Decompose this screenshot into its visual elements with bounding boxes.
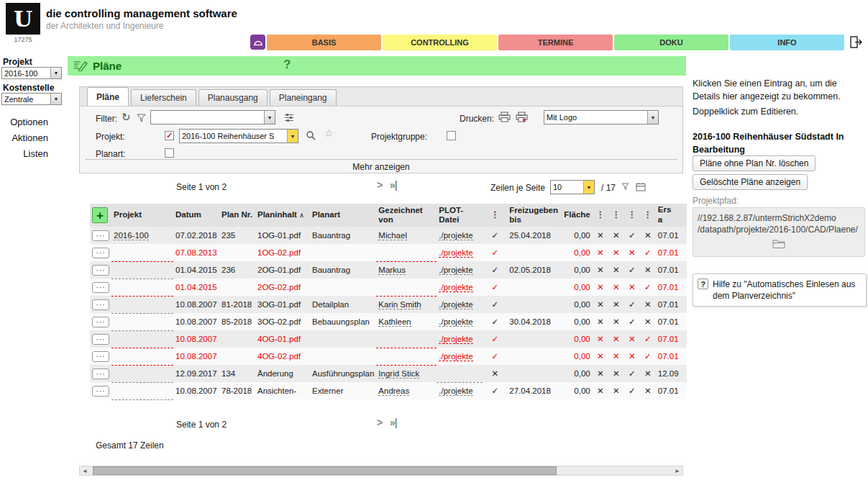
last-page-icon-bottom[interactable]: »|: [390, 417, 397, 428]
scroll-right-icon[interactable]: ►: [672, 466, 682, 475]
col-menu-4[interactable]: ⋮: [624, 204, 640, 227]
last-page-icon[interactable]: »|: [390, 179, 397, 191]
link-plot_datei[interactable]: ./projekte: [439, 300, 472, 309]
row-menu-button[interactable]: ···: [92, 282, 109, 293]
link-projekt[interactable]: 2016-100: [114, 231, 149, 240]
table-row[interactable]: ···2016-10007.02.20182351OG-01.pdfBauant…: [90, 227, 687, 244]
mehr-anzeigen-link[interactable]: Mehr anzeigen: [86, 159, 677, 172]
refresh-icon[interactable]: ↻: [122, 112, 131, 122]
calendar-icon[interactable]: [636, 182, 646, 193]
print-pdf-icon[interactable]: [516, 112, 528, 124]
filter-select[interactable]: ▼: [150, 110, 275, 125]
filter-funnel-icon[interactable]: [137, 114, 146, 124]
sidebar-item-aktionen[interactable]: Aktionen: [0, 132, 48, 148]
col-menu-5[interactable]: ⋮: [640, 204, 656, 227]
link-plot_datei[interactable]: ./projekte: [439, 231, 472, 240]
print-icon[interactable]: [498, 112, 511, 124]
link-gezeichnet_von[interactable]: Ingrid Stick: [378, 369, 419, 379]
nav-tab-info[interactable]: INFO: [730, 35, 844, 50]
filter-options-icon[interactable]: [284, 113, 294, 124]
row-menu-button[interactable]: ···: [92, 299, 109, 310]
tab-plaene[interactable]: Pläne: [87, 87, 129, 106]
col-planart[interactable]: Planart: [310, 204, 376, 227]
link-plot_datei[interactable]: ./projekte: [439, 248, 472, 258]
table-row[interactable]: ···12.09.2017134ÄnderungAusführungsplanI…: [90, 365, 687, 382]
sidebar-item-listen[interactable]: Listen: [0, 148, 48, 164]
scrollbar-thumb[interactable]: [93, 466, 557, 475]
col-plot-datei[interactable]: PLOT-Datei: [437, 204, 483, 227]
link-gezeichnet_von[interactable]: Kathleen: [378, 317, 411, 327]
link-plot_datei[interactable]: ./projekte: [439, 266, 472, 275]
open-folder-icon[interactable]: [772, 239, 785, 251]
row-menu-button[interactable]: ···: [92, 230, 109, 241]
projektgruppe-checkbox[interactable]: [447, 131, 456, 140]
row-menu-button[interactable]: ···: [92, 265, 109, 276]
search-icon[interactable]: [306, 130, 316, 142]
pager-filter-icon[interactable]: [621, 183, 629, 192]
module-help-icon[interactable]: ?: [283, 58, 291, 72]
favorite-star-icon[interactable]: ☆: [324, 128, 334, 138]
next-page-icon-bottom[interactable]: >: [377, 417, 382, 428]
projekt-sidebar-select[interactable]: 2016-100 ▼: [1, 67, 62, 79]
col-menu-2[interactable]: ⋮: [593, 204, 608, 227]
link-plot_datei[interactable]: ./projekte: [439, 352, 472, 361]
nav-tab-termine[interactable]: TERMINE: [498, 35, 613, 50]
table-row[interactable]: ···01.04.20152362OG-01.pdfBauantragMarku…: [90, 261, 687, 279]
table-row[interactable]: ···01.04.20152OG-02.pdf./projekte✓0,00✕✕…: [90, 279, 687, 296]
row-menu-button[interactable]: ···: [92, 386, 109, 397]
show-deleted-plans-button[interactable]: Gelöschte Pläne anzeigen: [693, 174, 808, 190]
row-menu-button[interactable]: ···: [92, 248, 109, 258]
rows-per-page-select[interactable]: 10 ▼: [550, 180, 595, 194]
horizontal-scrollbar[interactable]: ◄ ►: [79, 466, 683, 476]
scrollbar-track[interactable]: [90, 466, 672, 475]
scroll-left-icon[interactable]: ◄: [80, 466, 90, 475]
table-row[interactable]: ···10.08.200781-20183OG-01.pdfDetailplan…: [90, 296, 687, 313]
module-icon[interactable]: [250, 35, 265, 50]
delete-plans-without-nr-button[interactable]: Pläne ohne Plan Nr. löschen: [693, 155, 816, 171]
link-gezeichnet_von[interactable]: Andreas: [378, 386, 409, 396]
link-gezeichnet_von[interactable]: Karin Smith: [378, 300, 421, 309]
sidebar-item-optionen[interactable]: Optionen: [0, 117, 48, 132]
page-indicator-bottom: Seite 1 von 2: [176, 420, 227, 430]
link-plot_datei[interactable]: ./projekte: [439, 283, 472, 292]
row-menu-button[interactable]: ···: [92, 334, 109, 345]
row-menu-button[interactable]: ···: [92, 351, 109, 362]
logo-print-select[interactable]: Mit Logo ▼: [544, 110, 659, 125]
kostenstelle-select[interactable]: Zentrale ▼: [1, 93, 62, 105]
tab-planeingang[interactable]: Planeingang: [270, 89, 337, 106]
row-menu-button[interactable]: ···: [92, 368, 109, 379]
col-erstellt-am[interactable]: Ers a: [656, 204, 687, 227]
link-plot_datei[interactable]: ./projekte: [439, 386, 472, 396]
col-freizugeben-bis[interactable]: Freizugeben bis: [507, 204, 562, 227]
tab-lieferschein[interactable]: Lieferschein: [131, 89, 196, 106]
next-page-icon[interactable]: >: [377, 179, 382, 191]
col-projekt[interactable]: Projekt: [111, 204, 173, 227]
link-gezeichnet_von[interactable]: Markus: [378, 266, 406, 275]
col-flaeche[interactable]: Fläche: [562, 204, 592, 227]
link-plot_datei[interactable]: ./projekte: [439, 317, 472, 327]
planart-checkbox[interactable]: [165, 148, 174, 158]
col-datum[interactable]: Datum: [173, 204, 219, 227]
logout-icon[interactable]: [848, 35, 864, 50]
add-plan-button[interactable]: +: [92, 207, 108, 223]
nav-tab-controlling[interactable]: CONTROLLING: [383, 35, 497, 50]
table-row[interactable]: ···10.08.200778-2018Ansichten-ExternerAn…: [90, 382, 687, 399]
col-gezeichnet-von[interactable]: Gezeichnet von: [376, 204, 437, 227]
table-row[interactable]: ···07.08.20131OG-02.pdf./projekte✓0,00✕✕…: [90, 244, 687, 261]
tab-planausgang[interactable]: Planausgang: [198, 89, 268, 106]
table-row[interactable]: ···10.08.20074OG-01.pdf./projekte✓0,00✕✕…: [90, 330, 687, 348]
col-planinhalt[interactable]: Planinhalt ∧: [255, 204, 310, 227]
planverzeichnis-help-link[interactable]: ? Hilfe zu "Automatisches Einlesen aus d…: [693, 273, 867, 307]
row-menu-button[interactable]: ···: [92, 317, 109, 327]
table-row[interactable]: ···10.08.20074OG-02.pdf./projekte✓0,00✕✕…: [90, 348, 687, 365]
link-gezeichnet_von[interactable]: Michael: [378, 231, 407, 240]
col-menu-1[interactable]: ⋮: [483, 204, 507, 227]
col-plan-nr[interactable]: Plan Nr.: [219, 204, 255, 227]
nav-tab-basis[interactable]: BASIS: [267, 35, 381, 50]
link-plot_datei[interactable]: ./projekte: [439, 335, 472, 344]
col-menu-3[interactable]: ⋮: [608, 204, 624, 227]
nav-tab-doku[interactable]: DOKU: [614, 35, 728, 50]
table-row[interactable]: ···10.08.200785-20183OG-02.pdfBebauungsp…: [90, 313, 687, 330]
projekt-filter-select[interactable]: 2016-100 Reihenhäuser S ▼: [179, 129, 298, 143]
projekt-checkbox[interactable]: ✓: [165, 131, 174, 140]
